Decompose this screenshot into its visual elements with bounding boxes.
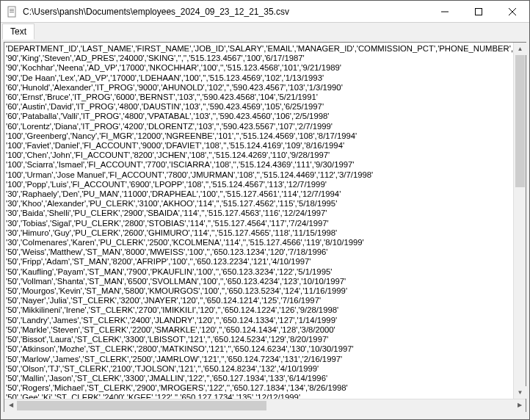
titlebar[interactable]: C:\Users\pansh\Documents\employees_2024_… <box>1 1 529 23</box>
text-line: '50','Bissot','Laura','ST_CLERK','3300',… <box>6 335 512 344</box>
text-line: '50','Weiss','Matthew','ST_MAN','8000','… <box>6 247 512 257</box>
status-strip <box>1 415 529 419</box>
text-line: '50','Vollman','Shanta','ST_MAN','6500',… <box>6 277 512 286</box>
svg-rect-1 <box>10 9 14 10</box>
text-line: '30','Raphaely','Den','PU_MAN','11000','… <box>6 189 512 199</box>
text-line: '30','Himuro','Guy','PU_CLERK','2600','G… <box>6 228 512 238</box>
text-line: '60','Ernst','Bruce','IT_PROG','6000','B… <box>6 93 512 102</box>
vscroll-thumb[interactable] <box>515 55 525 187</box>
tab-strip: Text <box>1 23 529 39</box>
text-line: '50','Markle','Steven','ST_CLERK','2200'… <box>6 325 512 335</box>
scroll-down-button[interactable]: ▼ <box>514 386 526 399</box>
minimize-button[interactable] <box>428 1 462 22</box>
chevron-left-icon: ◀ <box>9 402 13 408</box>
vertical-scrollbar[interactable]: ▲ ▼ <box>513 43 526 399</box>
text-line: '100','Chen','John','FI_ACCOUNT','8200',… <box>6 151 512 160</box>
svg-rect-5 <box>476 8 482 15</box>
svg-rect-3 <box>10 12 14 12</box>
text-line: '60','Pataballa','Valli','IT_PROG','4800… <box>6 112 512 121</box>
text-line: '30','Tobias','Sigal','PU_CLERK','2800',… <box>6 219 512 228</box>
window-title: C:\Users\pansh\Documents\employees_2024_… <box>23 7 428 17</box>
content-area: 'DEPARTMENT_ID','LAST_NAME','FIRST_NAME'… <box>1 39 529 415</box>
text-line: '50','Gee','Ki','ST_CLERK','2400','KGEE'… <box>6 393 512 399</box>
text-content[interactable]: 'DEPARTMENT_ID','LAST_NAME','FIRST_NAME'… <box>4 43 513 399</box>
text-line: '100','Faviet','Daniel','FI_ACCOUNT','90… <box>6 141 512 151</box>
chevron-down-icon: ▼ <box>518 390 523 396</box>
text-line: '60','Lorentz','Diana','IT_PROG','4200',… <box>6 122 512 131</box>
hscroll-track[interactable] <box>17 399 513 412</box>
scroll-up-button[interactable]: ▲ <box>514 43 526 55</box>
text-line: '90','Kochhar','Neena','AD_VP','17000','… <box>6 63 512 73</box>
text-line: '60','Hunold','Alexander','IT_PROG','900… <box>6 83 512 93</box>
text-line: '100','Urman','Jose Manuel','FI_ACCOUNT'… <box>6 170 512 180</box>
text-line: '50','Nayer','Julia','ST_CLERK','3200','… <box>6 296 512 305</box>
chevron-right-icon: ▶ <box>518 402 522 408</box>
text-line: '50','Rogers','Michael','ST_CLERK','2900… <box>6 383 512 393</box>
text-line: '50','Fripp','Adam','ST_MAN','8200','AFR… <box>6 257 512 267</box>
text-line: '100','Popp','Luis','FI_ACCOUNT','6900',… <box>6 180 512 189</box>
text-line: '50','Mikkilineni','Irene','ST_CLERK','2… <box>6 305 512 315</box>
app-window: C:\Users\pansh\Documents\employees_2024_… <box>0 0 530 420</box>
text-panel: 'DEPARTMENT_ID','LAST_NAME','FIRST_NAME'… <box>4 42 526 412</box>
text-line: '50','Marlow','James','ST_CLERK','2500',… <box>6 355 512 364</box>
text-line: '30','Colmenares','Karen','PU_CLERK','25… <box>6 238 512 247</box>
horizontal-scrollbar[interactable]: ◀ ▶ <box>4 399 526 411</box>
text-line: '60','Austin','David','IT_PROG','4800','… <box>6 102 512 112</box>
window-controls <box>428 1 529 22</box>
text-line: 'DEPARTMENT_ID','LAST_NAME','FIRST_NAME'… <box>6 44 512 54</box>
text-line: '100','Greenberg','Nancy','FI_MGR','1200… <box>6 131 512 141</box>
maximize-button[interactable] <box>462 1 495 22</box>
text-line: '50','Olson','TJ','ST_CLERK','2100','TJO… <box>6 364 512 374</box>
app-icon <box>7 6 18 18</box>
text-line: '50','Kaufling','Payam','ST_MAN','7900',… <box>6 267 512 277</box>
text-line: '50','Mourgos','Kevin','ST_MAN','5800','… <box>6 286 512 296</box>
text-line: '90','De Haan','Lex','AD_VP','17000','LD… <box>6 73 512 83</box>
scroll-left-button[interactable]: ◀ <box>4 399 17 412</box>
text-line: '50','Landry','James','ST_CLERK','2400',… <box>6 316 512 325</box>
svg-rect-2 <box>10 10 14 11</box>
text-line: '50','Atkinson','Mozhe','ST_CLERK','2800… <box>6 344 512 354</box>
text-line: '50','Mallin','Jason','ST_CLERK','3300',… <box>6 374 512 383</box>
vscroll-track[interactable] <box>514 55 526 386</box>
text-line: '90','King','Steven','AD_PRES','24000','… <box>6 54 512 63</box>
hscroll-thumb[interactable] <box>17 401 266 410</box>
tab-text[interactable]: Text <box>2 23 35 40</box>
chevron-up-icon: ▲ <box>518 46 523 52</box>
scroll-right-button[interactable]: ▶ <box>513 399 526 412</box>
text-line: '100','Sciarra','Ismael','FI_ACCOUNT','7… <box>6 160 512 170</box>
text-line: '30','Khoo','Alexander','PU_CLERK','3100… <box>6 199 512 209</box>
text-line: '30','Baida','Shelli','PU_CLERK','2900',… <box>6 209 512 218</box>
close-button[interactable] <box>495 1 529 22</box>
